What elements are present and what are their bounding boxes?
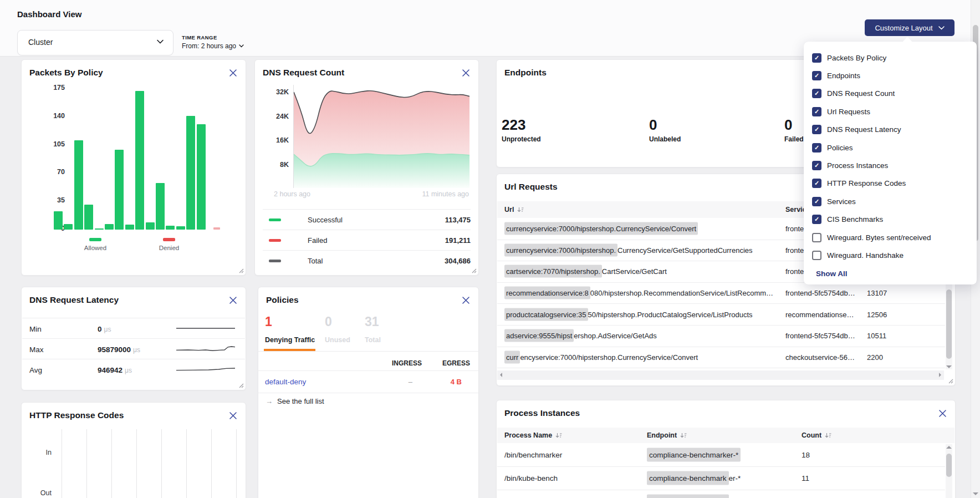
highlighted-text: currencyservice:7000/hipstershop. (504, 243, 617, 256)
column-header-process-name[interactable]: Process Name (504, 428, 562, 443)
stat-value: 0 (784, 118, 804, 133)
column-header-count[interactable]: Count (802, 428, 831, 443)
table-row: currencyservice:7000/hipstershop.Currenc… (497, 347, 945, 369)
highlighted-text: currencyservice:7000/hipstershop.Currenc… (504, 222, 698, 235)
checkbox-checked-icon[interactable]: ✓ (812, 53, 821, 63)
vertical-scrollbar[interactable] (946, 444, 952, 498)
column-header-label: Process Name (504, 428, 552, 443)
latency-value: 0μs (98, 324, 111, 333)
menu-item-dns-request-latency[interactable]: ✓DNS Request Latency (804, 121, 977, 139)
legend-value: 191,211 (445, 236, 471, 245)
scroll-down-icon[interactable] (946, 365, 952, 368)
menu-item-url-requests[interactable]: ✓Url Requests (804, 103, 977, 120)
checkbox-checked-icon[interactable]: ✓ (812, 125, 821, 134)
checkbox-unchecked-icon[interactable] (812, 251, 821, 260)
legend-label: Total (308, 257, 323, 265)
plain-text: 080/hipstershop.RecommendationService/Li… (590, 289, 773, 297)
highlighted-text: recommendationservice:8 (504, 287, 590, 299)
close-icon[interactable] (460, 294, 472, 306)
column-header-label: Url (504, 201, 514, 218)
menu-item-endpoints[interactable]: ✓Endpoints (804, 67, 977, 84)
checkbox-checked-icon[interactable]: ✓ (812, 161, 821, 170)
egress-value: 4 B (451, 378, 462, 386)
close-icon[interactable] (227, 409, 239, 421)
stat-failed: 0Failed (784, 118, 804, 143)
latency-unit: μs (125, 366, 132, 374)
url-cell: currencyservice:7000/hipstershop.Currenc… (504, 246, 753, 254)
plain-text: ershop.AdService/GetAds (574, 332, 657, 340)
close-icon[interactable] (460, 67, 472, 79)
horizontal-scrollbar[interactable] (497, 370, 944, 380)
menu-item-dns-request-count[interactable]: ✓DNS Request Count (804, 85, 977, 103)
menu-item-label: Packets By Policy (827, 54, 886, 62)
checkbox-checked-icon[interactable]: ✓ (812, 179, 821, 188)
resize-handle[interactable] (238, 383, 244, 388)
see-full-list-link[interactable]: → See the full list (266, 397, 324, 405)
scrollbar-thumb[interactable] (946, 289, 952, 359)
y-axis-tick: 105 (38, 140, 65, 148)
column-header-label: Endpoint (647, 428, 677, 443)
show-all-link[interactable]: Show All (816, 270, 848, 278)
tab-unused[interactable]: Unused (325, 336, 350, 344)
menu-item-wireguard-handshake[interactable]: Wireguard. Handshake (804, 246, 977, 264)
divider (258, 370, 478, 371)
gridline (111, 429, 112, 498)
checkbox-checked-icon[interactable]: ✓ (812, 143, 821, 153)
process-name-cell: /bin/benchmarker (504, 451, 562, 459)
latency-row-avg: Avg946942μs (22, 359, 245, 380)
highlighted-text: cartservice:7070/hipstershop. (504, 265, 602, 278)
checkbox-checked-icon[interactable]: ✓ (812, 215, 821, 224)
table-row: benchmarkercompliance-benchmarker-*9 (497, 490, 945, 498)
stat-value: 223 (502, 118, 541, 133)
column-header-url[interactable]: Url (504, 201, 524, 218)
chevron-down-icon (157, 39, 164, 44)
allowed-bar (105, 224, 114, 230)
sparkline (176, 364, 235, 375)
tab-denying-traffic[interactable]: Denying Traffic (265, 336, 315, 344)
scroll-down-icon[interactable] (973, 492, 978, 495)
scrollbar-thumb[interactable] (946, 454, 952, 477)
close-icon[interactable] (936, 407, 948, 419)
checkbox-checked-icon[interactable]: ✓ (812, 197, 821, 206)
menu-item-label: Wireguard. Handshake (827, 251, 904, 260)
menu-item-policies[interactable]: ✓Policies (804, 139, 977, 156)
customize-layout-button[interactable]: Customize Layout (865, 19, 955, 36)
checkbox-checked-icon[interactable]: ✓ (812, 89, 821, 98)
checkbox-unchecked-icon[interactable] (812, 233, 821, 242)
row-label-in: In (29, 449, 52, 456)
scroll-right-icon[interactable] (939, 373, 941, 377)
close-icon[interactable] (227, 294, 239, 306)
menu-item-wireguard-bytes-sent-received[interactable]: Wireguard. Bytes sent/received (804, 228, 977, 246)
gridline (186, 429, 187, 498)
resize-handle[interactable] (471, 268, 477, 273)
scroll-left-icon[interactable] (500, 373, 502, 377)
legend-label-denied: Denied (144, 245, 194, 251)
column-header-endpoint[interactable]: Endpoint (647, 428, 687, 443)
table-row: adservice:9555/hipstershop.AdService/Get… (497, 325, 945, 347)
time-range-value[interactable]: From: 2 hours ago (182, 42, 244, 50)
close-icon[interactable] (227, 67, 239, 79)
endpoint-cell: compliance-benchmarker-* (647, 474, 741, 482)
menu-item-packets-by-policy[interactable]: ✓Packets By Policy (804, 49, 977, 67)
view-selector[interactable]: Cluster (17, 30, 173, 55)
legend-row-total: Total304,686 (263, 250, 471, 271)
tab-total[interactable]: Total (365, 336, 381, 344)
menu-items: ✓Packets By Policy✓Endpoints✓DNS Request… (804, 49, 977, 265)
menu-item-http-response-codes[interactable]: ✓HTTP Response Codes (804, 175, 977, 192)
checkbox-checked-icon[interactable]: ✓ (812, 107, 821, 116)
table-row: recommendationservice:8080/hipstershop.R… (497, 282, 945, 304)
count-cell: 18 (802, 451, 810, 459)
checkbox-checked-icon[interactable]: ✓ (812, 71, 821, 80)
policy-link[interactable]: default-deny (265, 378, 306, 386)
menu-item-cis-benchmarks[interactable]: ✓CIS Benchmarks (804, 211, 977, 228)
menu-item-label: DNS Request Latency (827, 125, 901, 134)
allowed-bar (146, 222, 155, 230)
scroll-up-icon[interactable] (946, 446, 952, 449)
panel-title: Endpoints (504, 68, 547, 78)
menu-item-services[interactable]: ✓Services (804, 192, 977, 210)
menu-item-process-instances[interactable]: ✓Process Instances (804, 156, 977, 174)
resize-handle[interactable] (238, 268, 244, 273)
resize-handle[interactable] (948, 378, 953, 384)
menu-item-label: Process Instances (827, 161, 888, 170)
plain-text: CurrencyService/GetSupportedCurrencies (617, 246, 753, 254)
